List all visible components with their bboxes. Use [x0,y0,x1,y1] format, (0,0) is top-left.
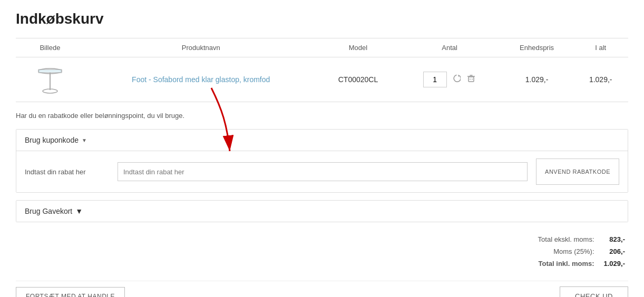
checkout-button[interactable]: CHECK UD [560,286,628,297]
total-incl-row: Total inkl. moms: 1.029,- [536,258,627,269]
kuponkode-body: Indtast din rabat her ANVEND RABATKODE [16,151,628,192]
product-table: Billede Produktnavn Model Antal Enhedspr… [16,38,628,102]
col-header-model: Model [318,38,399,57]
continue-shopping-button[interactable]: FORTSÆT MED AT HANDLE [16,287,125,298]
col-header-enhedspris: Enhedspris [501,38,573,57]
moms-row: Moms (25%): 206,- [536,246,627,257]
product-quantity-cell [398,57,500,102]
rabat-code-input[interactable] [118,162,528,181]
table-row: Foot - Sofabord med klar glastop, kromfo… [16,57,628,102]
rabat-info-text: Har du en rabatkode eller belønningspoin… [16,112,628,120]
gavekort-header[interactable]: Brug Gavekort ▼ [16,201,628,222]
refresh-icon [452,74,461,83]
moms-value: 206,- [598,246,627,257]
page-title: Indkøbskurv [16,11,628,27]
total-excl-row: Total ekskl. moms: 823,- [536,234,627,245]
kuponkode-header[interactable]: Brug kuponkode ▼ [16,130,628,151]
product-thumbnail [37,64,63,95]
kuponkode-header-label: Brug kuponkode [25,136,79,144]
kuponkode-section: Brug kuponkode ▼ Indtast din rabat her A… [16,129,628,193]
product-name-cell[interactable]: Foot - Sofabord med klar glastop, kromfo… [84,57,318,102]
svg-rect-4 [469,77,474,82]
kuponkode-label: Indtast din rabat her [25,168,109,176]
product-unitprice-cell: 1.029,- [501,57,573,102]
quantity-input[interactable] [423,72,447,87]
quantity-control [405,72,494,87]
svg-rect-1 [38,70,62,73]
gavekort-chevron-icon: ▼ [75,207,83,215]
product-total-cell: 1.029,- [573,57,628,102]
bottom-actions: FORTSÆT MED AT HANDLE CHECK UD [16,281,628,297]
total-excl-value: 823,- [598,234,627,245]
product-link[interactable]: Foot - Sofabord med klar glastop, kromfo… [132,75,270,84]
kuponkode-chevron-icon: ▼ [82,137,87,143]
total-incl-value: 1.029,- [598,258,627,269]
apply-rabat-button[interactable]: ANVEND RABATKODE [536,159,619,185]
product-image [34,64,66,95]
col-header-ialt: I alt [573,38,628,57]
col-header-antal: Antal [398,38,500,57]
gavekort-section: Brug Gavekort ▼ [16,200,628,222]
totals-section: Total ekskl. moms: 823,- Moms (25%): 206… [16,233,628,270]
product-image-cell [16,57,84,102]
gavekort-header-label: Brug Gavekort [25,207,72,215]
product-model-cell: CT00020CL [318,57,399,102]
delete-item-button[interactable] [466,73,476,86]
col-header-billede: Billede [16,38,84,57]
total-excl-label: Total ekskl. moms: [536,234,597,245]
trash-icon [467,74,475,83]
col-header-produktnavn: Produktnavn [84,38,318,57]
totals-table: Total ekskl. moms: 823,- Moms (25%): 206… [535,233,628,270]
moms-label: Moms (25%): [536,246,597,257]
total-incl-label: Total inkl. moms: [536,258,597,269]
quantity-refresh-button[interactable] [451,73,462,86]
